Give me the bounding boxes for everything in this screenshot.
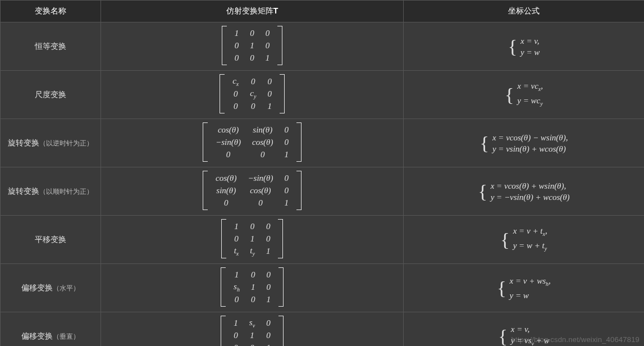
brace-icon: { xyxy=(480,134,489,153)
matrix: 1sv0010001 xyxy=(221,316,283,346)
matrix-cell: 0 xyxy=(278,125,294,135)
header-formula: 坐标公式 xyxy=(404,1,645,22)
formula-line: x = v, xyxy=(511,324,530,335)
formula-line: y = wcy xyxy=(517,95,542,110)
matrix-cell: 0 xyxy=(262,89,277,99)
brace-icon: { xyxy=(498,327,507,346)
table-row: 平移变换100010txty1{x = v + tx,y = w + ty xyxy=(1,216,645,264)
table-row: 旋转变换（以逆时针为正）cos(θ)sin(θ)0−sin(θ)cos(θ)00… xyxy=(1,119,645,167)
formula-line: y = −vsin(θ) + wcos(θ) xyxy=(491,192,570,203)
table-row: 旋转变换（以顺时针为正）cos(θ)−sin(θ)0sin(θ)cos(θ)00… xyxy=(1,167,645,216)
matrix-cell: 0 xyxy=(244,343,261,347)
matrix-cell: 1 xyxy=(244,41,260,51)
matrix-cell: 0 xyxy=(261,222,276,231)
matrix-cell: 0 xyxy=(229,41,245,51)
transform-matrix: cx000cy0001 xyxy=(101,71,404,119)
matrix: 100010txty1 xyxy=(221,219,284,258)
formula-line: x = v + tx, xyxy=(513,225,547,240)
transform-matrix: 100sh10001 xyxy=(101,264,404,312)
formula-line: x = vcos(θ) − wsin(θ), xyxy=(492,132,568,143)
transform-name-main: 旋转变换 xyxy=(8,138,39,147)
matrix-cell: 0 xyxy=(244,29,260,38)
transform-formula: {x = vcos(θ) + wsin(θ),y = −vsin(θ) + wc… xyxy=(404,167,645,216)
matrix: 100sh10001 xyxy=(221,267,284,307)
matrix-cell: 0 xyxy=(228,295,245,304)
matrix-cell: 0 xyxy=(210,198,242,208)
matrix: cos(θ)sin(θ)0−sin(θ)cos(θ)0001 xyxy=(203,122,302,162)
matrix-cell: 0 xyxy=(228,331,244,340)
matrix: cx000cy0001 xyxy=(220,74,285,113)
transform-matrix: 1sv0010001 xyxy=(101,312,404,347)
cases-formula: {x = v + tx,y = w + ty xyxy=(500,225,547,254)
matrix-cell: 1 xyxy=(260,53,276,63)
cases-formula: {x = v + wsh,y = w xyxy=(497,275,550,301)
transform-matrix: 100010001 xyxy=(101,22,404,71)
matrix-cell: 1 xyxy=(244,234,261,244)
matrix-cell: sin(θ) xyxy=(210,186,242,195)
transform-name-sub: （以逆时针为正） xyxy=(39,139,93,147)
matrix-cell: 1 xyxy=(262,102,277,111)
matrix-cell: 0 xyxy=(227,89,244,99)
table-row: 恒等变换100010001{x = v,y = w xyxy=(1,22,645,71)
transform-name-main: 尺度变换 xyxy=(35,90,66,99)
transform-matrix: 100010txty1 xyxy=(101,216,404,264)
transform-name: 尺度变换 xyxy=(1,71,101,119)
transform-matrix: cos(θ)sin(θ)0−sin(θ)cos(θ)0001 xyxy=(101,119,404,167)
cases-formula: {x = vcos(θ) + wsin(θ),y = −vsin(θ) + wc… xyxy=(478,180,569,203)
formula-line: y = w + ty xyxy=(513,240,547,254)
formula-line: x = v, xyxy=(520,35,540,47)
matrix-cell: 0 xyxy=(262,77,277,86)
transform-name: 旋转变换（以顺时针为正） xyxy=(1,167,101,216)
table-row: 尺度变换cx000cy0001{x = vcx,y = wcy xyxy=(1,71,645,119)
brace-icon: { xyxy=(505,85,514,104)
cases-formula: {x = vcx,y = wcy xyxy=(505,80,543,110)
transform-name: 偏移变换（垂直） xyxy=(1,312,101,347)
matrix-cell: 1 xyxy=(245,283,261,292)
transform-name-main: 偏移变换 xyxy=(21,283,53,292)
transform-name: 平移变换 xyxy=(1,216,101,264)
matrix-cell: 0 xyxy=(244,77,262,86)
matrix-cell: 1 xyxy=(228,318,244,328)
matrix-cell: 0 xyxy=(244,222,261,231)
matrix-cell: 1 xyxy=(278,198,294,208)
brace-icon: { xyxy=(497,279,506,298)
transform-name-sub: （以顺时针为正） xyxy=(39,188,93,195)
matrix-cell: 1 xyxy=(228,270,245,280)
watermark: https://blog.csdn.net/weixin_40647819 xyxy=(511,335,640,344)
matrix-cell: cx xyxy=(227,76,244,87)
matrix-cell: 0 xyxy=(261,270,276,280)
transform-formula: {x = v + tx,y = w + ty xyxy=(404,216,645,264)
transform-name-main: 旋转变换 xyxy=(8,186,39,195)
brace-icon: { xyxy=(478,182,487,201)
matrix-cell: 0 xyxy=(278,174,294,183)
matrix-cell: 0 xyxy=(261,318,276,328)
cases-formula: {x = v,y = w xyxy=(508,35,540,58)
formula-line: y = vsin(θ) + wcos(θ) xyxy=(492,143,566,154)
matrix-cell: 1 xyxy=(261,295,276,304)
matrix-cell: 1 xyxy=(278,150,294,160)
formula-line: x = v + wsh, xyxy=(510,275,551,290)
matrix-cell: 0 xyxy=(245,270,261,280)
matrix-cell: cos(θ) xyxy=(242,186,278,195)
matrix-cell: cos(θ) xyxy=(246,138,278,147)
formula-line: y = w xyxy=(510,290,529,301)
header-matrix-pre: 仿射变换矩阵 xyxy=(226,6,273,15)
matrix-cell: 0 xyxy=(210,150,246,160)
matrix-cell: 0 xyxy=(245,295,261,304)
affine-transform-table: 变换名称 仿射变换矩阵T 坐标公式 恒等变换100010001{x = v,y … xyxy=(0,0,644,346)
matrix-cell: sh xyxy=(228,282,245,293)
matrix-cell: 0 xyxy=(261,234,276,244)
table-header-row: 变换名称 仿射变换矩阵T 坐标公式 xyxy=(1,1,645,22)
transform-name-main: 偏移变换 xyxy=(21,331,53,340)
matrix-cell: 0 xyxy=(278,186,294,195)
matrix-cell: cy xyxy=(244,89,262,99)
formula-line: y = w xyxy=(520,47,540,58)
matrix-cell: 0 xyxy=(260,41,276,51)
brace-icon: { xyxy=(500,230,509,249)
header-matrix: 仿射变换矩阵T xyxy=(101,1,404,22)
matrix-cell: cos(θ) xyxy=(210,125,246,135)
cases-formula: {x = vcos(θ) − wsin(θ),y = vsin(θ) + wco… xyxy=(480,132,568,154)
brace-icon: { xyxy=(508,37,517,56)
header-matrix-T: T xyxy=(273,6,278,15)
table-row: 偏移变换（水平）100sh10001{x = v + wsh,y = w xyxy=(1,264,645,312)
